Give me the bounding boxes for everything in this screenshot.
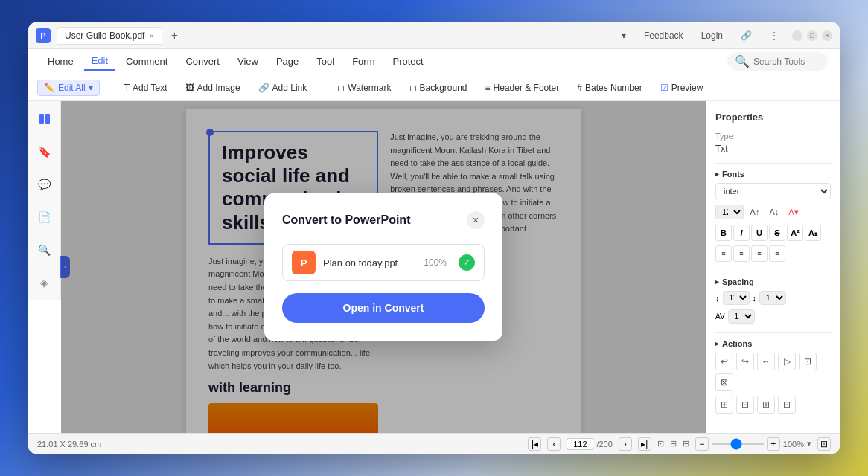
sidebar-icon-search[interactable]: 🔍 — [34, 239, 55, 260]
action-buttons: ↩ ↪ ↔ ▷ ⊡ ⊠ — [715, 353, 831, 391]
menu-view[interactable]: View — [230, 53, 266, 70]
background-icon: ◻ — [409, 83, 417, 93]
flip-v-btn[interactable]: ▷ — [778, 353, 796, 370]
fit-window-btn[interactable]: ⊡ — [817, 437, 831, 451]
add-image-btn[interactable]: 🖼 Add Image — [179, 80, 246, 95]
sidebar-icon-bookmark[interactable]: 🔖 — [34, 141, 55, 162]
distribute-btn[interactable]: ⊟ — [736, 396, 754, 414]
nav-last-btn[interactable]: ▸| — [638, 437, 651, 451]
nav-prev-btn[interactable]: ‹ — [547, 437, 561, 451]
redo-btn[interactable]: ↪ — [736, 353, 754, 370]
font-color-btn[interactable]: A▾ — [785, 204, 802, 220]
zoom-out-btn[interactable]: − — [695, 437, 709, 451]
layout-icon[interactable]: ⊟ — [670, 439, 677, 448]
open-in-convert-btn[interactable]: Open in Convert — [282, 293, 485, 323]
spacing-mid-select[interactable]: 12 — [728, 309, 755, 324]
background-btn[interactable]: ◻ Background — [403, 80, 473, 95]
header-footer-btn[interactable]: ≡ Header & Footer — [479, 80, 566, 95]
action-buttons-2: ⊞ ⊟ ⊞ ⊟ — [715, 396, 831, 414]
feedback-btn[interactable]: Feedback — [639, 29, 688, 42]
arrange-btn[interactable]: ⊞ — [715, 396, 733, 414]
edit-icon: ✏️ — [44, 83, 55, 93]
page-input[interactable] — [567, 438, 593, 450]
sidebar-icon-layout[interactable] — [34, 109, 55, 129]
spacing-section: Spacing ↕ 12 ↕ 12 AV 12 — [715, 277, 831, 324]
edit-all-btn[interactable]: ✏️ Edit All ▾ — [37, 80, 100, 96]
maximize-btn[interactable]: □ — [807, 30, 817, 41]
bold-btn[interactable]: B — [715, 225, 732, 241]
add-text-btn[interactable]: T Add Text — [118, 80, 173, 95]
add-link-btn[interactable]: 🔗 Add Link — [252, 80, 313, 95]
page-total: /200 — [596, 440, 612, 448]
more-options-icon[interactable]: ⋮ — [765, 29, 783, 42]
modal-overlay: Convert to PowerPoint × P Plan on today.… — [61, 101, 706, 433]
menu-form[interactable]: Form — [345, 53, 382, 70]
nav-first-btn[interactable]: |◂ — [528, 437, 541, 451]
tab-title: User Guild Book.pdf — [65, 30, 144, 41]
font-decrease-btn[interactable]: A↓ — [766, 204, 782, 220]
replace-btn[interactable]: ⊠ — [715, 373, 733, 391]
close-btn[interactable]: × — [822, 30, 832, 41]
search-icon: 🔍 — [735, 54, 750, 68]
menu-edit[interactable]: Edit — [84, 52, 115, 71]
menu-tool[interactable]: Tool — [309, 53, 342, 70]
align-center-btn[interactable]: ≡ — [733, 245, 750, 262]
nav-next-btn[interactable]: › — [619, 437, 632, 451]
sidebar-icon-comment[interactable]: 💬 — [34, 174, 55, 195]
font-increase-btn[interactable]: A↑ — [747, 204, 763, 220]
spacing-controls: ↕ 12 ↕ 12 — [715, 291, 831, 305]
menu-comment[interactable]: Comment — [118, 53, 175, 70]
view-options-icon[interactable]: ⊡ — [657, 439, 664, 448]
menu-page[interactable]: Page — [269, 53, 306, 70]
document-tab[interactable]: User Guild Book.pdf × — [57, 27, 162, 45]
underline-btn[interactable]: U — [751, 225, 768, 241]
dropdown-arrow[interactable]: ▾ — [617, 29, 631, 42]
bates-number-btn[interactable]: # Bates Number — [571, 80, 648, 95]
minimize-btn[interactable]: ─ — [792, 30, 802, 41]
more-arrange-btn[interactable]: ⊞ — [757, 396, 775, 414]
font-size-select[interactable]: 12 — [715, 205, 744, 219]
share-icon[interactable]: 🔗 — [736, 29, 756, 42]
login-btn[interactable]: Login — [697, 29, 727, 42]
subscript-btn[interactable]: A₂ — [805, 225, 821, 241]
tab-close-btn[interactable]: × — [149, 31, 153, 40]
align-right-btn[interactable]: ≡ — [751, 245, 768, 262]
sidebar-icon-layers[interactable]: ◈ — [34, 272, 55, 293]
new-tab-btn[interactable]: + — [171, 29, 178, 42]
search-input[interactable] — [753, 57, 820, 67]
actions-label: Actions — [715, 339, 831, 348]
italic-btn[interactable]: I — [733, 225, 750, 241]
menu-home[interactable]: Home — [40, 53, 81, 70]
crop-btn[interactable]: ⊡ — [799, 353, 817, 370]
grid-icon[interactable]: ⊞ — [683, 439, 689, 448]
sidebar-icon-page[interactable]: 📄 — [34, 207, 55, 228]
spacing-after-select[interactable]: 12 — [759, 291, 786, 305]
align-panel-btn[interactable]: ⊟ — [778, 396, 796, 414]
text-icon: T — [124, 83, 130, 93]
zoom-slider[interactable] — [712, 443, 764, 445]
align-left-btn[interactable]: ≡ — [715, 245, 732, 262]
superscript-btn[interactable]: A² — [787, 225, 803, 241]
zoom-in-btn[interactable]: + — [767, 437, 780, 451]
align-justify-btn[interactable]: ≡ — [769, 245, 785, 262]
modal-title: Convert to PowerPoint — [282, 213, 410, 227]
watermark-icon: ◻ — [337, 83, 345, 93]
preview-btn[interactable]: ☑ Preview — [654, 80, 709, 95]
menu-protect[interactable]: Protect — [386, 53, 431, 70]
left-sidebar: 🔖 💬 📄 🔍 ◈ — [28, 101, 61, 300]
file-progress: 100% — [424, 257, 447, 268]
status-bar: 21.01 X 29.69 cm |◂ ‹ /200 › ▸| ⊡ ⊟ ⊞ − … — [28, 433, 840, 454]
menu-convert[interactable]: Convert — [178, 53, 227, 70]
modal-close-btn[interactable]: × — [467, 211, 485, 229]
watermark-btn[interactable]: ◻ Watermark — [331, 80, 397, 95]
flip-h-btn[interactable]: ↔ — [757, 353, 775, 370]
spacing-before-select[interactable]: 12 — [723, 291, 750, 305]
zoom-dropdown-icon[interactable]: ▾ — [807, 439, 811, 448]
undo-btn[interactable]: ↩ — [715, 353, 733, 370]
file-check-icon: ✓ — [459, 254, 475, 271]
file-name: Plan on today.ppt — [323, 257, 416, 268]
fonts-label: Fonts — [715, 170, 831, 178]
font-select[interactable]: inter — [715, 183, 831, 199]
strikethrough-btn[interactable]: S — [769, 225, 785, 241]
convert-modal: Convert to PowerPoint × P Plan on today.… — [264, 193, 502, 341]
